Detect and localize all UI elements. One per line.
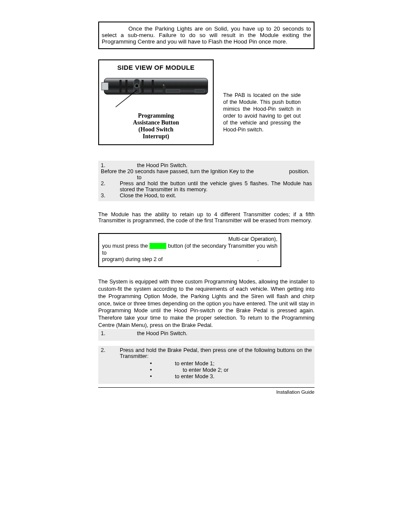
mode-bullet: • to enter Mode 1;	[101, 360, 312, 367]
svg-rect-3	[125, 80, 128, 93]
mode-bullet: • to enter Mode 2; or	[101, 367, 312, 373]
bullet-icon: •	[150, 367, 165, 373]
mode-item: to enter Mode 3.	[165, 373, 312, 380]
programming-mode-steps-cont: 2. Press and hold the Brake Pedal, then …	[98, 346, 314, 384]
svg-point-11	[163, 84, 164, 86]
step-number: 2.	[101, 347, 120, 359]
caption-line-2: Assistance Button	[101, 119, 211, 126]
highlight-button-icon	[149, 243, 167, 249]
document-page: Once the Parking Lights are on Solid, yo…	[0, 0, 411, 532]
multicar-line-top: Multi-car Operation),	[102, 236, 277, 243]
bullet-icon: •	[150, 360, 165, 367]
figure-row: SIDE VIEW OF MODULE	[98, 59, 314, 145]
step-text: the Hood Pin Switch.	[120, 330, 312, 336]
svg-rect-5	[152, 80, 154, 93]
step-text-line: Before the 20 seconds have passed, turn …	[101, 168, 254, 174]
caption-line-1: Programming	[101, 112, 211, 119]
svg-point-7	[135, 84, 139, 88]
multicar-line-middle: you must press the button (of the second…	[102, 243, 277, 256]
step-text: Press and hold the button until the vehi…	[120, 180, 312, 193]
step-number: 2.	[101, 180, 120, 193]
module-side-view-illustration	[99, 74, 213, 112]
footer-text: Installation Guide	[98, 388, 314, 395]
svg-rect-10	[195, 89, 205, 93]
figure-title: SIDE VIEW OF MODULE	[99, 60, 213, 74]
programming-mode-steps: 1. the Hood Pin Switch.	[98, 329, 314, 341]
warning-note-text: Once the Parking Lights are on Solid, yo…	[102, 25, 311, 45]
bullet-icon: •	[150, 373, 165, 380]
step-text: Press and hold the Brake Pedal, then pre…	[120, 347, 312, 359]
multicar-line-bottom: program) during step 2 of .	[102, 256, 277, 263]
step-number: 3.	[101, 193, 120, 199]
warning-note-box: Once the Parking Lights are on Solid, yo…	[98, 22, 314, 49]
spacer	[98, 341, 314, 346]
caption-line-4: Interrupt)	[101, 133, 211, 140]
mode-bullet: • to enter Mode 3.	[101, 373, 312, 380]
multicar-note-box: Multi-car Operation), you must press the…	[98, 233, 281, 267]
transmitter-limit-paragraph: The Module has the ability to retain up …	[98, 212, 314, 224]
step-text: Close the Hood, to exit.	[120, 193, 312, 199]
svg-rect-1	[102, 82, 109, 90]
pab-description: The PAB is located on the side of the Mo…	[223, 92, 301, 133]
svg-rect-4	[142, 80, 144, 93]
svg-rect-9	[166, 89, 180, 93]
caption-line-3: (Hood Switch	[101, 126, 211, 133]
step-number: 1.	[101, 330, 120, 336]
transmitter-programming-steps: 1. the Hood Pin Switch. Before the 20 se…	[98, 161, 314, 201]
step-to: to	[120, 174, 312, 180]
programming-modes-paragraph: The System is equipped with three custom…	[98, 278, 314, 329]
mode-item: to enter Mode 1;	[165, 361, 312, 367]
svg-rect-2	[119, 80, 121, 93]
step-text: the Hood Pin Switch.	[120, 162, 312, 168]
mode-item: to enter Mode 2; or	[165, 367, 312, 373]
module-figure: SIDE VIEW OF MODULE	[98, 59, 214, 145]
step-text-position: position.	[289, 168, 312, 174]
step-number: 1.	[101, 162, 120, 168]
figure-caption: Programming Assistance Button (Hood Swit…	[99, 112, 213, 144]
